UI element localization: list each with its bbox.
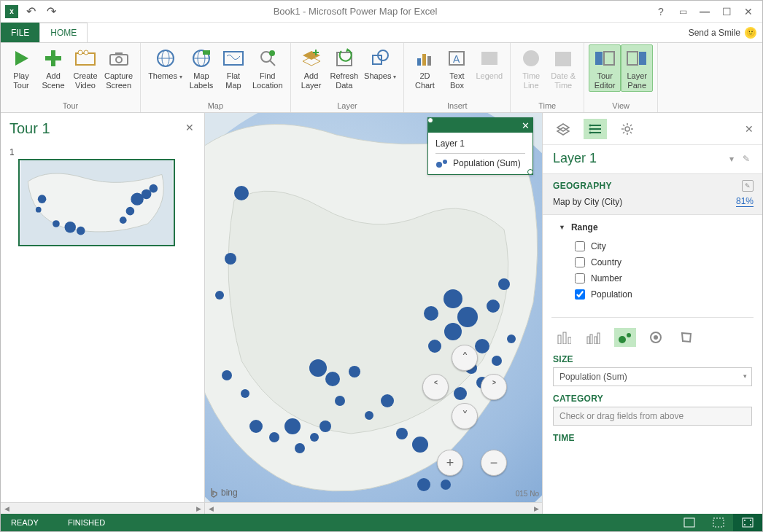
viz-bubble[interactable] [614, 328, 636, 347]
text-box-button[interactable]: A Text Box [441, 44, 473, 90]
flat-map-button[interactable]: Flat Map [217, 44, 249, 90]
layer-rename-button[interactable]: ✎ [739, 154, 754, 164]
svg-point-59 [215, 291, 224, 300]
scenes-scrollbar[interactable]: ◀▶ [1, 502, 204, 514]
svg-point-100 [589, 131, 592, 133]
layer-collapse-button[interactable]: ▾ [724, 154, 739, 164]
map-canvas[interactable]: ✕ Layer 1 Population (Sum) ˄ ˂ ˃ ˅ + − b… [205, 113, 542, 514]
canvas-scrollbar[interactable]: ◀▶ [205, 502, 542, 514]
field-checkbox-country[interactable]: Country [559, 254, 752, 270]
undo-button[interactable]: ↶ [23, 4, 39, 20]
svg-point-87 [424, 306, 438, 321]
svg-rect-111 [563, 332, 566, 344]
globe-icon [154, 47, 177, 70]
svg-point-83 [454, 387, 467, 400]
themes-button[interactable]: Themes ▾ [145, 44, 185, 81]
svg-point-92 [443, 160, 447, 164]
minimize-button[interactable]: — [695, 4, 714, 20]
taskpane-tab-layers[interactable] [551, 119, 575, 139]
2d-chart-button[interactable]: 2D Chart [408, 44, 441, 90]
refresh-data-button[interactable]: Refresh Data [328, 44, 362, 90]
visualization-type-row [543, 318, 762, 347]
close-button[interactable]: ✕ [739, 4, 758, 20]
view-mode-2-button[interactable] [704, 514, 733, 531]
field-checkbox-population[interactable]: Population [559, 286, 752, 302]
svg-rect-44 [639, 52, 646, 65]
group-label-time: Time [515, 100, 579, 112]
play-tour-button[interactable]: Play Tour [5, 44, 37, 90]
globe-labels-icon [190, 47, 213, 70]
legend-close-button[interactable]: ✕ [522, 120, 530, 131]
layer-task-pane: ✕ Layer 1 ▾ ✎ GEOGRAPHY ✎ Map by City (C… [542, 113, 762, 514]
layer-pane-button[interactable]: Layer Pane [621, 44, 653, 92]
zoom-out-button[interactable]: − [481, 450, 507, 476]
create-video-button[interactable]: Create Video [69, 44, 101, 90]
close-scenes-button[interactable]: ✕ [185, 122, 194, 133]
tab-home[interactable]: HOME [39, 23, 88, 42]
zoom-in-button[interactable]: + [437, 450, 463, 476]
ribbon-options-button[interactable]: ▭ [673, 4, 692, 20]
group-label-view: View [589, 100, 653, 112]
viz-stacked-column[interactable] [553, 328, 575, 347]
svg-point-73 [381, 394, 394, 407]
time-line-button[interactable]: Time Line [515, 44, 547, 90]
help-button[interactable]: ? [651, 4, 670, 20]
excel-icon: x [5, 5, 18, 18]
legend-popup[interactable]: ✕ Layer 1 Population (Sum) [427, 117, 533, 175]
map-labels-button[interactable]: Map Labels [185, 44, 217, 90]
send-a-smile-button[interactable]: Send a Smile 🙂 [683, 23, 762, 42]
geography-edit-button[interactable]: ✎ [742, 180, 754, 192]
shapes-icon [368, 47, 392, 70]
rotate-right-button[interactable]: ˃ [481, 374, 507, 400]
maximize-button[interactable]: ☐ [717, 4, 736, 20]
svg-point-54 [38, 195, 47, 203]
resize-handle[interactable] [427, 117, 433, 123]
size-dropdown-button[interactable]: ▾ [743, 372, 747, 380]
size-header: SIZE [553, 354, 752, 364]
svg-point-125 [750, 520, 751, 521]
legend-button[interactable]: Legend [473, 44, 506, 81]
field-checkbox-city[interactable]: City [559, 238, 752, 254]
field-checkbox-number[interactable]: Number [559, 270, 752, 286]
tour-editor-button[interactable]: Tour Editor [589, 44, 621, 92]
svg-point-66 [310, 433, 319, 442]
svg-point-91 [436, 162, 442, 168]
svg-point-67 [319, 420, 331, 432]
add-layer-button[interactable]: Add Layer [295, 44, 328, 90]
viz-heatmap[interactable] [645, 328, 667, 347]
viz-clustered-column[interactable] [584, 328, 605, 347]
map-provider-attribution: bing [209, 488, 238, 498]
date-time-button[interactable]: Date & Time [547, 44, 579, 90]
geography-section: GEOGRAPHY ✎ Map by City (City) 81% [543, 173, 762, 215]
tab-file[interactable]: FILE [1, 23, 39, 42]
svg-point-63 [269, 432, 279, 442]
find-location-button[interactable]: Find Location [249, 44, 286, 90]
shapes-button[interactable]: Shapes ▾ [361, 44, 399, 81]
view-mode-1-button[interactable] [675, 514, 704, 531]
text-box-icon: A [445, 47, 468, 70]
svg-line-18 [270, 60, 275, 66]
scene-thumbnail[interactable] [18, 159, 175, 246]
range-toggle[interactable]: ▼ Range [559, 222, 752, 232]
svg-line-107 [630, 132, 632, 133]
view-mode-3-button[interactable] [733, 514, 762, 531]
taskpane-tab-settings[interactable] [616, 119, 639, 139]
capture-screen-button[interactable]: Capture Screen [101, 44, 136, 90]
tilt-up-button[interactable]: ˄ [452, 345, 478, 371]
category-field-well[interactable]: Check or drag fields from above [553, 407, 752, 426]
taskpane-tab-fields[interactable] [584, 119, 607, 139]
redo-button[interactable]: ↷ [43, 4, 59, 20]
geography-confidence-link[interactable]: 81% [736, 196, 754, 207]
add-scene-button[interactable]: Add Scene [37, 44, 69, 90]
svg-point-50 [120, 216, 127, 224]
svg-point-51 [65, 222, 76, 232]
size-field-well[interactable]: Population (Sum) ▾ [553, 367, 752, 386]
smile-icon: 🙂 [745, 27, 756, 39]
viz-region[interactable] [675, 328, 697, 347]
resize-handle[interactable] [527, 169, 533, 175]
taskpane-close-button[interactable]: ✕ [745, 123, 754, 135]
svg-point-19 [269, 50, 275, 56]
tilt-down-button[interactable]: ˅ [452, 403, 478, 429]
svg-point-60 [222, 370, 232, 380]
rotate-left-button[interactable]: ˂ [422, 374, 449, 400]
